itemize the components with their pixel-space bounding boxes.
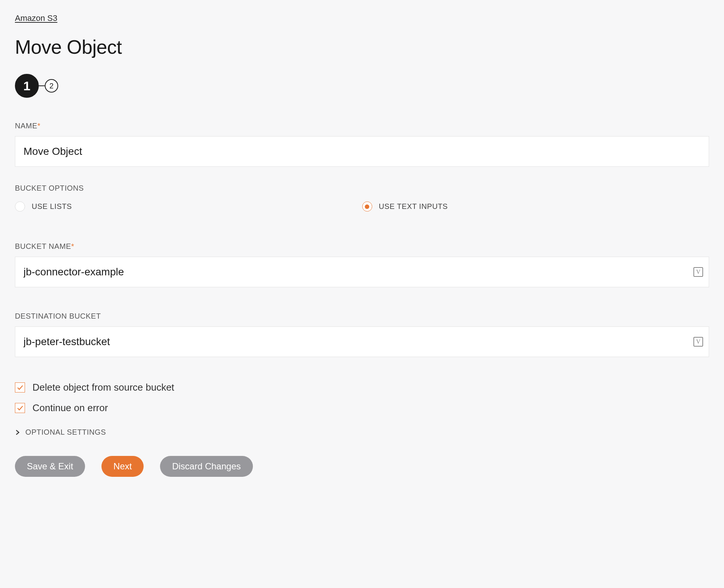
- radio-icon: [362, 201, 372, 212]
- name-field-block: NAME*: [15, 122, 709, 167]
- destination-bucket-block: DESTINATION BUCKET V: [15, 312, 709, 357]
- check-icon: [17, 405, 23, 412]
- bucket-options-label: BUCKET OPTIONS: [15, 184, 709, 193]
- checkbox-continue-on-error[interactable]: Continue on error: [15, 402, 709, 414]
- required-marker: *: [71, 242, 74, 250]
- required-marker: *: [37, 122, 40, 130]
- radio-use-lists-label: USE LISTS: [32, 202, 72, 211]
- radio-use-lists[interactable]: USE LISTS: [15, 201, 362, 212]
- bucket-options-block: BUCKET OPTIONS USE LISTS USE TEXT INPUTS: [15, 184, 709, 212]
- name-input[interactable]: [15, 136, 709, 167]
- checkbox-continue-label: Continue on error: [32, 402, 108, 414]
- optional-settings-toggle[interactable]: OPTIONAL SETTINGS: [15, 428, 709, 437]
- optional-settings-label: OPTIONAL SETTINGS: [25, 428, 106, 437]
- checkbox-group: Delete object from source bucket Continu…: [15, 382, 709, 414]
- stepper: 1 2: [15, 74, 709, 98]
- step-2[interactable]: 2: [45, 79, 58, 93]
- checkbox-delete-label: Delete object from source bucket: [32, 382, 174, 393]
- variable-icon[interactable]: V: [693, 267, 703, 277]
- name-label: NAME*: [15, 122, 709, 130]
- discard-changes-button[interactable]: Discard Changes: [160, 456, 253, 477]
- page-title: Move Object: [15, 36, 709, 58]
- bucket-options-radios: USE LISTS USE TEXT INPUTS: [15, 201, 709, 212]
- destination-bucket-label: DESTINATION BUCKET: [15, 312, 709, 320]
- variable-icon[interactable]: V: [693, 337, 703, 347]
- step-1[interactable]: 1: [15, 74, 39, 98]
- radio-use-text-inputs-label: USE TEXT INPUTS: [379, 202, 448, 211]
- checkbox-icon: [15, 382, 25, 392]
- breadcrumb-link[interactable]: Amazon S3: [15, 13, 57, 23]
- save-exit-button[interactable]: Save & Exit: [15, 456, 85, 477]
- checkbox-delete-source[interactable]: Delete object from source bucket: [15, 382, 709, 393]
- destination-bucket-input[interactable]: [15, 326, 709, 357]
- bucket-name-input[interactable]: [15, 257, 709, 287]
- chevron-right-icon: [15, 430, 20, 435]
- action-buttons: Save & Exit Next Discard Changes: [15, 456, 709, 477]
- radio-icon: [15, 201, 25, 212]
- bucket-name-block: BUCKET NAME* V: [15, 242, 709, 287]
- radio-use-text-inputs[interactable]: USE TEXT INPUTS: [362, 201, 709, 212]
- next-button[interactable]: Next: [101, 456, 144, 477]
- check-icon: [17, 384, 23, 391]
- bucket-name-label: BUCKET NAME*: [15, 242, 709, 251]
- checkbox-icon: [15, 403, 25, 413]
- step-connector: [39, 85, 45, 86]
